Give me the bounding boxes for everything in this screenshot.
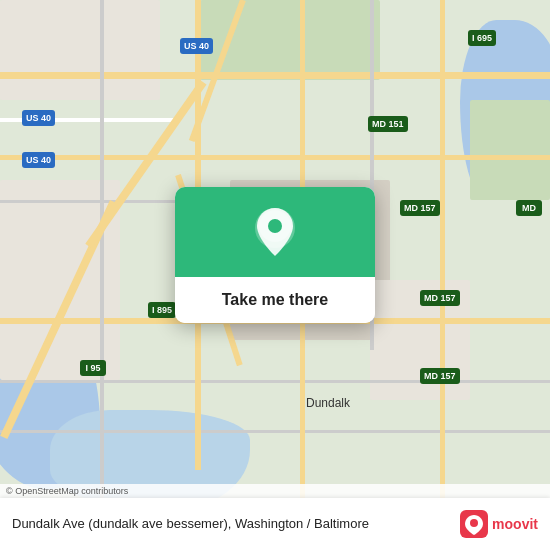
road-vertical-5 [440, 0, 445, 550]
shield-i95: I 95 [80, 360, 106, 376]
shield-md151: MD 151 [368, 116, 408, 132]
svg-point-4 [470, 519, 478, 527]
take-me-there-button[interactable]: Take me there [175, 277, 375, 323]
moovit-logo: moovit [460, 510, 538, 538]
shield-i695: I 695 [468, 30, 496, 46]
road-horizontal-6 [0, 380, 550, 383]
map-container: US 40 US 40 US 40 I 695 I 895 I 95 MD 15… [0, 0, 550, 550]
shield-md157-2: MD 157 [420, 290, 460, 306]
shield-md157-3: MD 157 [420, 368, 460, 384]
shield-us40-top: US 40 [180, 38, 213, 54]
shield-i895: I 895 [148, 302, 176, 318]
location-description: Dundalk Ave (dundalk ave bessemer), Wash… [12, 516, 460, 533]
road-horizontal-3 [0, 155, 550, 160]
bottom-bar: Dundalk Ave (dundalk ave bessemer), Wash… [0, 498, 550, 550]
shield-us40-left: US 40 [22, 110, 55, 126]
moovit-brand-text: moovit [492, 516, 538, 532]
place-label-dundalk: Dundalk [306, 396, 350, 410]
svg-point-2 [268, 219, 282, 233]
map-attribution: © OpenStreetMap contributors [0, 484, 550, 498]
road-vertical-3 [100, 0, 104, 550]
road-horizontal-1 [0, 72, 550, 79]
shield-md157-1: MD 157 [400, 200, 440, 216]
shield-us40-left2: US 40 [22, 152, 55, 168]
popup-card: Take me there [175, 187, 375, 323]
moovit-logo-icon [460, 510, 488, 538]
popup-marker-area [175, 187, 375, 277]
location-pin-icon [251, 204, 299, 260]
urban-block [0, 0, 160, 100]
green-block-2 [470, 100, 550, 200]
road-horizontal-7 [0, 430, 550, 433]
shield-md-right: MD [516, 200, 542, 216]
